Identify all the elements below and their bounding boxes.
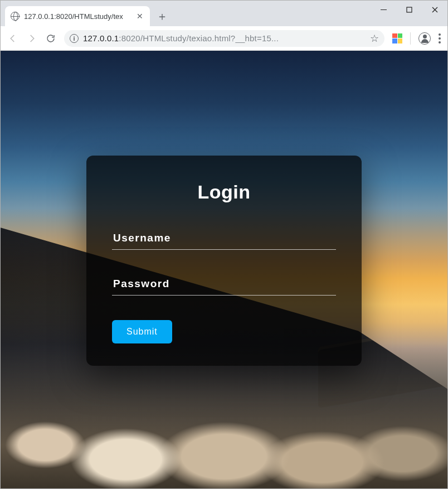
menu-kebab-icon[interactable] — [439, 33, 441, 43]
globe-icon — [11, 12, 20, 21]
submit-button[interactable]: Submit — [112, 320, 172, 343]
username-field: Username — [112, 229, 336, 250]
minimize-button[interactable] — [371, 1, 396, 18]
profile-avatar-icon[interactable] — [418, 32, 431, 45]
site-info-icon[interactable]: i — [70, 34, 79, 43]
window-controls — [371, 1, 447, 18]
close-tab-icon[interactable]: ✕ — [135, 12, 144, 21]
bookmark-star-icon[interactable]: ☆ — [370, 32, 379, 45]
toolbar: i 127.0.0.1:8020/HTMLstudy/texiao.html?_… — [1, 26, 447, 51]
reload-button[interactable] — [45, 33, 56, 44]
page-viewport: Login Username Password Submit — [1, 51, 447, 488]
url-text: 127.0.0.1:8020/HTMLstudy/texiao.html?__h… — [83, 33, 366, 43]
svg-rect-1 — [407, 7, 412, 12]
tab-title: 127.0.0.1:8020/HTMLstudy/tex — [24, 12, 131, 21]
new-tab-button[interactable]: ＋ — [154, 8, 170, 24]
back-button[interactable] — [7, 33, 18, 44]
browser-tab[interactable]: 127.0.0.1:8020/HTMLstudy/tex ✕ — [5, 6, 150, 26]
close-window-button[interactable] — [422, 1, 447, 18]
titlebar: 127.0.0.1:8020/HTMLstudy/tex ✕ ＋ — [1, 1, 447, 26]
password-input[interactable] — [112, 274, 336, 296]
browser-window: 127.0.0.1:8020/HTMLstudy/tex ✕ ＋ — [0, 0, 448, 489]
address-bar[interactable]: i 127.0.0.1:8020/HTMLstudy/texiao.html?_… — [64, 30, 384, 47]
toolbar-separator — [410, 32, 411, 45]
login-title: Login — [112, 181, 336, 203]
password-field: Password — [112, 274, 336, 296]
maximize-button[interactable] — [396, 1, 422, 18]
login-card: Login Username Password Submit — [86, 156, 362, 366]
forward-button[interactable] — [26, 33, 37, 44]
extension-icon[interactable] — [392, 33, 402, 43]
username-input[interactable] — [112, 229, 336, 250]
